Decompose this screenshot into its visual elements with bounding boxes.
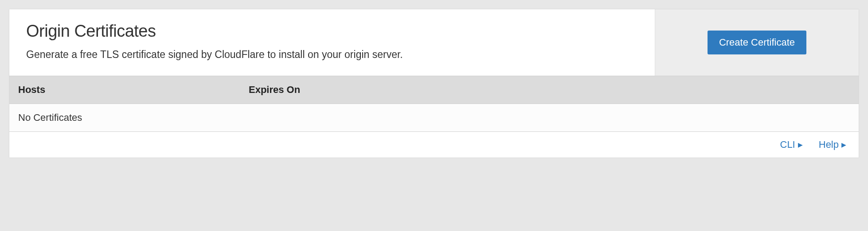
origin-certificates-card: Origin Certificates Generate a free TLS … [9, 9, 859, 158]
cli-link-label: CLI [780, 139, 795, 150]
card-header: Origin Certificates Generate a free TLS … [9, 9, 859, 76]
chevron-right-icon: ▶ [841, 141, 846, 148]
help-link-label: Help [819, 139, 839, 150]
help-link[interactable]: Help ▶ [819, 139, 846, 150]
cli-link[interactable]: CLI ▶ [780, 139, 803, 150]
chevron-right-icon: ▶ [798, 141, 803, 148]
column-header-expires-on: Expires On [249, 84, 850, 96]
card-header-main: Origin Certificates Generate a free TLS … [9, 9, 655, 76]
card-footer: CLI ▶ Help ▶ [9, 132, 859, 158]
card-header-action: Create Certificate [655, 9, 859, 76]
table-body: No Certificates [9, 104, 859, 132]
section-description: Generate a free TLS certificate signed b… [26, 49, 638, 61]
empty-state-text: No Certificates [18, 112, 850, 123]
column-header-hosts: Hosts [18, 84, 249, 96]
section-title: Origin Certificates [26, 22, 638, 41]
create-certificate-button[interactable]: Create Certificate [708, 31, 806, 54]
table-header-row: Hosts Expires On [9, 76, 859, 104]
